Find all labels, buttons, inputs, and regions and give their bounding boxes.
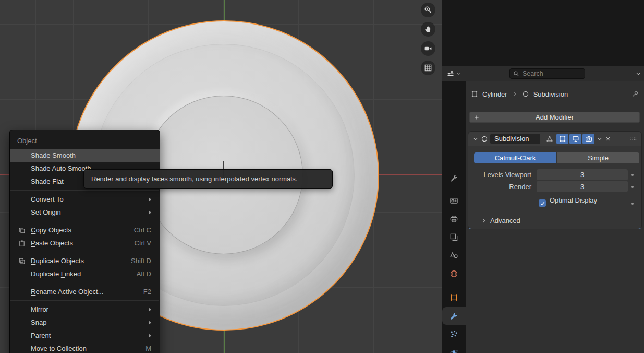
modifier-delete-icon[interactable] xyxy=(605,136,611,142)
animate-dot[interactable] xyxy=(631,174,634,176)
camera-view-gizmo-button[interactable] xyxy=(421,41,435,56)
menu-item-convert-to[interactable]: Convert To xyxy=(10,193,160,206)
properties-tab-physics[interactable] xyxy=(442,343,466,353)
algorithm-option-catmull-clark[interactable]: Catmull-Clark xyxy=(474,152,556,163)
properties-tab-particles[interactable] xyxy=(442,325,466,343)
check-icon xyxy=(540,201,545,206)
properties-editor-icon xyxy=(446,69,455,78)
tooltip: Render and display faces smooth, using i… xyxy=(83,169,333,189)
menu-icon-slot xyxy=(17,178,27,186)
menu-icon-slot xyxy=(17,208,27,217)
modifier-type-icon xyxy=(481,135,488,143)
menu-item-rename-active-object[interactable]: Rename Active Object...F2 xyxy=(10,285,160,298)
menu-icon-slot xyxy=(17,345,27,353)
properties-tab-tool[interactable] xyxy=(442,169,466,187)
world-tab-icon xyxy=(449,269,458,278)
menu-item-label: Shade Auto Smooth xyxy=(31,164,91,172)
menu-item-copy-objects[interactable]: Copy ObjectsCtrl C xyxy=(10,223,160,237)
properties-tab-object[interactable] xyxy=(442,288,466,306)
render-levels-label: Render xyxy=(468,181,531,192)
tool-tab-icon xyxy=(449,174,458,183)
chevron-down-icon xyxy=(456,71,461,76)
menu-item-duplicate-linked[interactable]: Duplicate LinkedAlt D xyxy=(10,267,160,280)
menu-item-paste-objects[interactable]: Paste ObjectsCtrl V xyxy=(10,237,160,250)
properties-tab-output[interactable] xyxy=(442,210,466,228)
show-in-viewport-toggle[interactable] xyxy=(569,134,581,144)
camera-small-icon xyxy=(585,135,592,143)
show-on-cage-toggle[interactable] xyxy=(543,134,555,144)
show-in-render-toggle[interactable] xyxy=(582,134,594,144)
header-menu-chevron-icon[interactable] xyxy=(635,70,641,77)
menu-item-move-to-collection[interactable]: Move to CollectionM xyxy=(10,342,160,353)
properties-tab-render[interactable] xyxy=(442,192,466,209)
tooltip-text: Render and display faces smooth, using i… xyxy=(91,175,297,183)
optimal-display-checkbox[interactable] xyxy=(539,199,546,207)
menu-icon-slot xyxy=(17,332,27,340)
submenu-arrow-icon xyxy=(149,334,151,338)
magnifier-plus-icon xyxy=(424,6,432,14)
properties-tab-strip xyxy=(442,81,466,353)
menu-separator xyxy=(10,190,159,191)
pin-icon[interactable] xyxy=(631,90,639,98)
menu-item-snap[interactable]: Snap xyxy=(10,316,160,329)
menu-item-label: Parent xyxy=(31,332,51,339)
modifier-name-field[interactable]: Subdivision xyxy=(490,134,540,144)
breadcrumb-modifier[interactable]: Subdivision xyxy=(533,90,568,98)
grid-icon xyxy=(424,64,432,72)
menu-icon-slot xyxy=(17,270,27,278)
toggle-ortho-grid-gizmo-button[interactable] xyxy=(421,61,435,75)
viewport-navigation-gizmos xyxy=(421,3,435,80)
add-modifier-button[interactable]: Add Modifier xyxy=(469,112,640,123)
menu-item-parent[interactable]: Parent xyxy=(10,329,160,342)
duplicate-icon xyxy=(17,257,27,265)
vertex-tri-icon xyxy=(546,135,553,143)
subdivision-algorithm-toggle: Catmull-ClarkSimple xyxy=(474,152,639,163)
panel-expand-icon[interactable] xyxy=(472,136,479,142)
submenu-arrow-icon xyxy=(149,210,151,215)
menu-item-label: Duplicate Linked xyxy=(31,270,81,278)
properties-tab-view-layer[interactable] xyxy=(442,228,466,246)
menu-item-label: Convert To xyxy=(31,195,64,203)
drag-handle-icon[interactable] xyxy=(630,135,637,143)
pan-gizmo-button[interactable] xyxy=(421,22,435,37)
physics-tab-icon xyxy=(449,348,458,353)
menu-item-mirror[interactable]: Mirror xyxy=(10,303,160,316)
menu-item-shade-smooth[interactable]: Shade Smooth xyxy=(10,149,160,162)
render-levels-field[interactable]: 3 xyxy=(537,181,628,192)
menu-separator xyxy=(10,221,159,221)
menu-item-label: Snap xyxy=(31,319,46,326)
properties-tab-world[interactable] xyxy=(442,265,466,283)
view-layer-tab-icon xyxy=(449,233,458,242)
menu-item-duplicate-objects[interactable]: Duplicate ObjectsShift D xyxy=(10,254,160,267)
menu-item-shortcut: Alt D xyxy=(137,270,151,278)
menu-item-label: Shade Flat xyxy=(31,178,64,185)
properties-tab-modifiers[interactable] xyxy=(442,307,466,325)
levels-viewport-field[interactable]: 3 xyxy=(537,169,628,180)
editor-type-button[interactable] xyxy=(446,69,461,78)
subdivision-modifier-panel: Subdivision Catmull-ClarkSimple Levels V… xyxy=(468,131,642,229)
advanced-section-label[interactable]: Advanced xyxy=(490,216,520,226)
menu-item-set-origin[interactable]: Set Origin xyxy=(10,206,160,219)
mesh-object-icon xyxy=(471,90,478,98)
show-in-edit-mode-toggle[interactable] xyxy=(556,134,568,144)
menu-item-label: Mirror xyxy=(31,305,48,313)
animate-dot[interactable] xyxy=(631,203,634,205)
properties-tab-scene[interactable] xyxy=(442,246,466,264)
add-modifier-label: Add Modifier xyxy=(536,113,574,121)
plus-icon xyxy=(473,114,480,121)
modifier-extras-icon[interactable] xyxy=(597,136,603,142)
zoom-gizmo-button[interactable] xyxy=(421,3,435,17)
hand-icon xyxy=(424,25,432,33)
outliner-region[interactable] xyxy=(442,0,644,67)
chevron-right-icon xyxy=(512,91,518,97)
menu-title: Object xyxy=(10,133,160,149)
algorithm-option-simple[interactable]: Simple xyxy=(557,152,639,163)
advanced-expand-icon[interactable] xyxy=(481,218,487,224)
camera-view-icon xyxy=(424,44,432,53)
search-placeholder: Search xyxy=(523,70,543,77)
menu-icon-slot xyxy=(17,319,27,327)
breadcrumb-object[interactable]: Cylinder xyxy=(482,90,507,98)
menu-separator xyxy=(10,252,159,252)
search-input[interactable]: Search xyxy=(509,68,585,79)
animate-dot[interactable] xyxy=(631,186,634,188)
